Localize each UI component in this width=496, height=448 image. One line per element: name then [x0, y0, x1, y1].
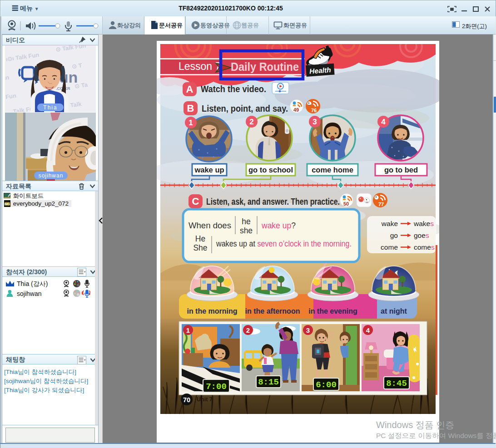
svg-text:sojihwan: sojihwan	[39, 172, 64, 179]
svg-text:1: 1	[186, 326, 190, 334]
svg-text:come home: come home	[312, 166, 353, 174]
svg-text:3: 3	[312, 118, 317, 126]
svg-text:Unit 7: Unit 7	[197, 396, 213, 403]
svg-text:Health: Health	[309, 66, 331, 75]
svg-text:77: 77	[378, 202, 384, 207]
svg-text:she: she	[240, 226, 253, 235]
svg-text:wake: wake	[381, 220, 398, 227]
svg-text:wake up: wake up	[194, 166, 224, 174]
svg-text:A: A	[186, 84, 193, 95]
svg-text:come: come	[381, 243, 398, 251]
svg-text:4: 4	[381, 118, 386, 126]
svg-text:3: 3	[306, 326, 310, 334]
svg-text:wake up?: wake up?	[261, 221, 296, 230]
svg-text:IMG: IMG	[5, 202, 10, 206]
svg-text:in the afternoon: in the afternoon	[245, 307, 300, 315]
svg-text:go to school: go to school	[248, 166, 293, 174]
svg-text:goes: goes	[414, 231, 429, 239]
svg-text:comes: comes	[414, 243, 435, 251]
svg-text:go to bed: go to bed	[384, 166, 418, 174]
svg-text:C: C	[192, 196, 199, 207]
svg-text:B: B	[187, 103, 194, 114]
svg-text:wakes up at seven o’clock in t: wakes up at seven o’clock in the morning…	[216, 239, 352, 248]
svg-text:7:00: 7:00	[206, 382, 227, 392]
svg-text:49: 49	[293, 107, 299, 113]
svg-text:1: 1	[188, 118, 193, 127]
svg-text:Listen, ask, and answer. Then: Listen, ask, and answer. Then practice.	[206, 197, 340, 207]
svg-text:in the morning: in the morning	[187, 307, 237, 315]
svg-text:go: go	[390, 231, 398, 239]
svg-text:he: he	[242, 217, 250, 226]
svg-text:in the evening: in the evening	[308, 307, 357, 315]
svg-text:76: 76	[311, 108, 317, 113]
svg-text:8:45: 8:45	[386, 379, 407, 389]
svg-text:Watch the video.: Watch the video.	[201, 84, 266, 94]
svg-text:Daily Routine: Daily Routine	[231, 60, 299, 74]
svg-text:2: 2	[246, 326, 250, 334]
svg-text:70: 70	[183, 396, 190, 404]
svg-text:Listen, point, and say.: Listen, point, and say.	[202, 103, 288, 113]
svg-text:at night: at night	[381, 307, 407, 315]
svg-text:2: 2	[249, 118, 253, 126]
svg-text:When does: When does	[188, 221, 231, 230]
svg-text:4: 4	[366, 326, 370, 334]
svg-text:50: 50	[343, 201, 349, 207]
svg-text:8:15: 8:15	[258, 377, 279, 387]
svg-text:Thia: Thia	[43, 104, 57, 111]
svg-text:He: He	[195, 234, 205, 243]
svg-text:Lesson 7: Lesson 7	[179, 60, 221, 72]
svg-text:wakes: wakes	[413, 220, 434, 227]
svg-text:She: She	[193, 243, 207, 252]
svg-text:6:00: 6:00	[316, 380, 337, 390]
